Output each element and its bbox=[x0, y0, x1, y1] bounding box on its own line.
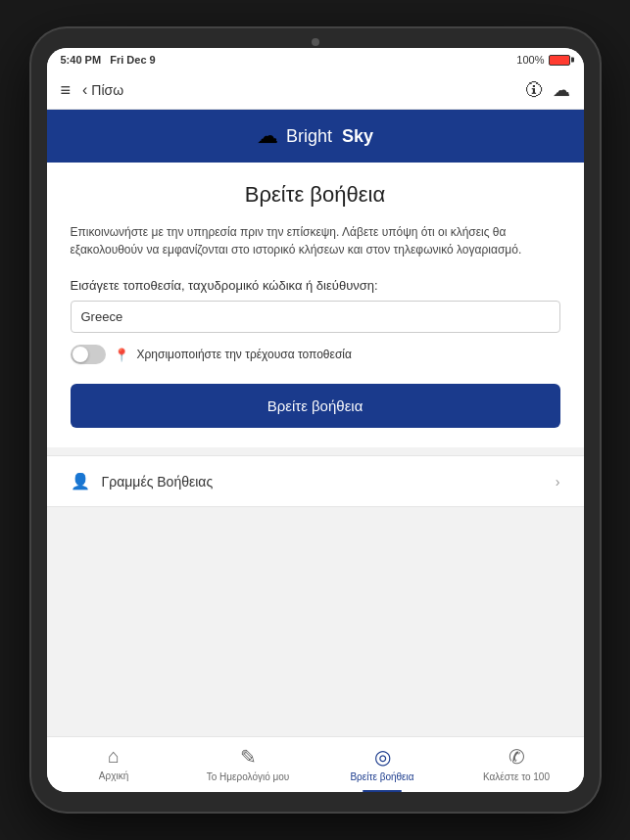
chevron-right-icon: › bbox=[556, 474, 560, 490]
help-lines-item[interactable]: 👤 Γραμμές Βοήθειας › bbox=[47, 455, 584, 507]
call-icon: ✆ bbox=[509, 745, 525, 769]
find-help-button[interactable]: Βρείτε βοήθεια bbox=[71, 384, 560, 428]
location-pin-icon: 📍 bbox=[114, 348, 129, 362]
status-right: 100% bbox=[516, 54, 569, 66]
location-toggle-label: Χρησιμοποιήστε την τρέχουσα τοποθεσία bbox=[137, 348, 352, 361]
tab-call[interactable]: ✆ Καλέστε το 100 bbox=[450, 745, 584, 782]
camera-dot bbox=[312, 38, 319, 46]
main-content: Βρείτε βοήθεια Επικοινωνήστε με την υπηρ… bbox=[47, 163, 584, 736]
tab-find-help-label: Βρείτε βοήθεια bbox=[350, 771, 413, 782]
cloud-icon[interactable]: ☁ bbox=[553, 79, 570, 101]
location-toggle[interactable] bbox=[71, 345, 106, 364]
tab-diary[interactable]: ✎ Το Ημερολόγιό μου bbox=[181, 745, 315, 782]
diary-icon: ✎ bbox=[240, 745, 257, 769]
status-time-date: 5:40 PM Fri Dec 9 bbox=[61, 54, 156, 66]
tab-diary-label: Το Ημερολόγιό μου bbox=[207, 771, 290, 782]
status-bar: 5:40 PM Fri Dec 9 100% bbox=[47, 48, 584, 71]
location-toggle-row: 📍 Χρησιμοποιήστε την τρέχουσα τοποθεσία bbox=[71, 345, 560, 364]
tablet-frame: 5:40 PM Fri Dec 9 100% ≡ ‹ Πίσω 🛈 ☁ ☁ bbox=[31, 28, 600, 812]
logo-cloud-icon: ☁ bbox=[257, 123, 278, 149]
tab-bar: ⌂ Αρχική ✎ Το Ημερολόγιό μου ◎ Βρείτε βο… bbox=[47, 736, 584, 792]
home-icon: ⌂ bbox=[108, 745, 120, 768]
user-icon: 👤 bbox=[71, 472, 90, 490]
page-title: Βρείτε βοήθεια bbox=[71, 182, 560, 208]
tab-home-label: Αρχική bbox=[99, 770, 128, 781]
back-button[interactable]: ‹ Πίσω bbox=[82, 81, 123, 99]
info-icon[interactable]: 🛈 bbox=[525, 80, 543, 101]
brand-second: Sky bbox=[342, 126, 373, 146]
field-label: Εισάγετε τοποθεσία, ταχυδρομικό κώδικα ή… bbox=[71, 278, 560, 293]
brand-name: Bright Sky bbox=[286, 126, 373, 147]
brand-first: Bright bbox=[286, 126, 332, 146]
status-date: Fri Dec 9 bbox=[110, 54, 155, 66]
battery-icon bbox=[549, 55, 570, 66]
back-chevron-icon: ‹ bbox=[82, 81, 87, 99]
header-banner: ☁ Bright Sky bbox=[47, 110, 584, 163]
tablet-screen: 5:40 PM Fri Dec 9 100% ≡ ‹ Πίσω 🛈 ☁ ☁ bbox=[47, 48, 584, 792]
tab-home[interactable]: ⌂ Αρχική bbox=[47, 745, 181, 782]
battery-percent: 100% bbox=[516, 54, 544, 66]
nav-right-icons: 🛈 ☁ bbox=[525, 79, 570, 101]
find-help-icon: ◎ bbox=[374, 745, 391, 769]
status-time: 5:40 PM bbox=[61, 54, 102, 66]
help-lines-label: Γραμμές Βοήθειας bbox=[102, 474, 544, 490]
menu-icon[interactable]: ≡ bbox=[61, 80, 72, 101]
tab-find-help[interactable]: ◎ Βρείτε βοήθεια bbox=[315, 745, 450, 782]
back-label: Πίσω bbox=[91, 82, 123, 98]
info-text: Επικοινωνήστε με την υπηρεσία πριν την ε… bbox=[71, 223, 560, 258]
tab-call-label: Καλέστε το 100 bbox=[483, 771, 550, 782]
content-card: Βρείτε βοήθεια Επικοινωνήστε με την υπηρ… bbox=[47, 163, 584, 447]
location-input[interactable] bbox=[71, 301, 560, 333]
nav-bar: ≡ ‹ Πίσω 🛈 ☁ bbox=[47, 71, 584, 110]
